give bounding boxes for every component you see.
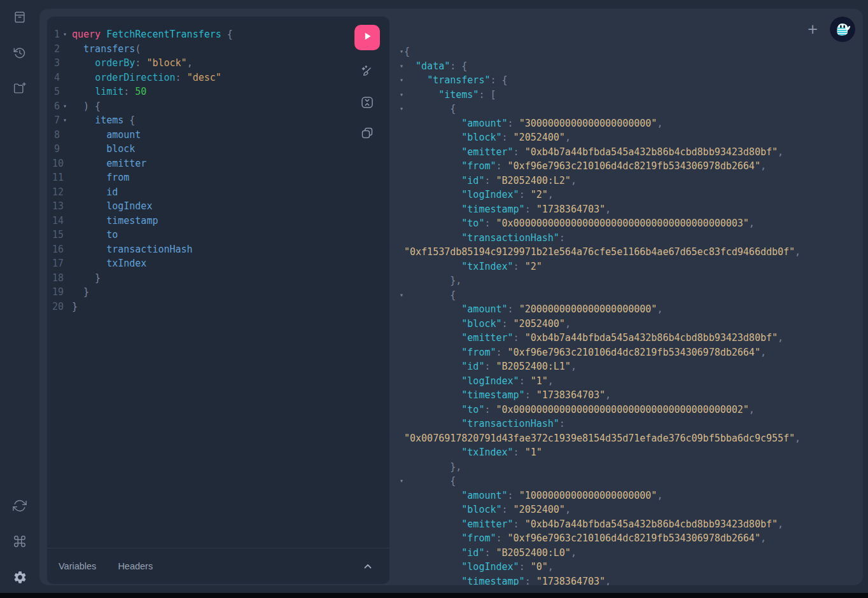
history-icon <box>13 46 27 62</box>
copy-query-icon <box>360 125 375 143</box>
response-line: "from": "0xf96e7963c210106d4dc8219fb5343… <box>395 531 863 546</box>
editor-line[interactable]: 18 } <box>47 271 389 286</box>
docs-icon <box>13 10 27 27</box>
response-line: "txIndex": "2" <box>395 260 863 274</box>
code-text: } <box>72 271 101 286</box>
editor-line[interactable]: 13 logIndex <box>47 199 389 214</box>
sidebar-rail <box>0 0 39 593</box>
code-text: "logIndex": "2", <box>404 188 554 202</box>
editor-line[interactable]: 7▾ items { <box>47 113 389 128</box>
shortcuts-button[interactable] <box>12 535 27 550</box>
response-line: "0x0076917820791d43fae372c1939e8154d35d7… <box>395 431 863 446</box>
code-text: "from": "0xf96e7963c210106d4dc8219fb5343… <box>404 345 766 360</box>
response-line: "txIndex": "1" <box>395 445 863 460</box>
code-text: }, <box>404 274 461 288</box>
code-text: ) { <box>72 99 101 114</box>
docs-button[interactable] <box>12 11 27 26</box>
response-line: "amount": "1000000000000000000000", <box>395 489 863 503</box>
ghost-avatar[interactable] <box>830 17 855 42</box>
fold-toggle-icon[interactable]: ▾ <box>395 288 404 303</box>
line-number: 8 <box>47 128 60 143</box>
editor-line[interactable]: 20} <box>47 300 389 314</box>
fold-toggle-icon[interactable]: ▾ <box>395 59 404 74</box>
rail-top-group <box>12 11 27 97</box>
response-line: "timestamp": "1738364703", <box>395 574 863 586</box>
add-tab-button[interactable]: + <box>804 22 821 37</box>
fold-toggle-icon[interactable]: ▾ <box>395 102 404 116</box>
editor-line[interactable]: 1▾query FetchRecentTransfers { <box>47 27 389 42</box>
history-button[interactable] <box>12 46 27 62</box>
code-text: "block": "2052400", <box>404 317 571 331</box>
editor-line[interactable]: 6▾ ) { <box>47 99 389 114</box>
editor-line[interactable]: 12 id <box>47 185 389 200</box>
fold-toggle-icon[interactable]: ▾ <box>395 73 404 88</box>
fold-toggle-icon[interactable]: ▾ <box>61 27 69 42</box>
response-line: "transactionHash": <box>395 231 863 246</box>
code-text: orderBy: "block", <box>72 56 193 71</box>
main-surface: 1▾query FetchRecentTransfers {2 transfer… <box>39 9 863 585</box>
collapse-editor-tools-button[interactable] <box>361 560 374 573</box>
fold-toggle-icon[interactable]: ▾ <box>395 474 404 489</box>
code-text: "transactionHash": <box>404 417 565 431</box>
fold-toggle-icon[interactable]: ▾ <box>61 99 69 114</box>
fold-toggle-icon[interactable]: ▾ <box>61 113 69 128</box>
settings-button[interactable] <box>12 571 27 586</box>
response-line: "id": "B2052400:L0", <box>395 546 863 560</box>
response-line: "from": "0xf96e7963c210106d4dc8219fb5343… <box>395 159 863 174</box>
code-text: { <box>404 474 456 489</box>
response-line: "id": "B2052400:L1", <box>395 359 863 374</box>
editor-line[interactable]: 16 transactionHash <box>47 242 389 257</box>
response-line: "logIndex": "2", <box>395 188 863 202</box>
copy-query-button[interactable] <box>360 127 375 142</box>
editor-line[interactable]: 10 emitter <box>47 156 389 171</box>
code-text: "id": "B2052400:L0", <box>404 546 577 560</box>
editor-line[interactable]: 4 orderDirection: "desc" <box>47 71 389 85</box>
refetch-schema-button[interactable] <box>12 499 27 515</box>
editor-line[interactable]: 17 txIndex <box>47 256 389 271</box>
editor-line[interactable]: 11 from <box>47 170 389 185</box>
response-line: "0xf1537db85194c9129971b21e564a76cfe5e11… <box>395 245 863 260</box>
line-number: 1 <box>47 27 60 42</box>
response-panel[interactable]: ▾{▾ "data": {▾ "transfers": {▾ "items": … <box>395 9 863 585</box>
prettify-button[interactable] <box>360 66 375 81</box>
fold-toggle-icon[interactable]: ▾ <box>395 45 404 59</box>
tab-headers[interactable]: Headers <box>118 561 153 571</box>
editor-line[interactable]: 9 block <box>47 142 389 156</box>
response-line: ▾ "data": { <box>395 59 863 74</box>
editor-line[interactable]: 15 to <box>47 228 389 242</box>
code-text: "id": "B2052400:L1", <box>404 359 577 374</box>
code-text: query FetchRecentTransfers { <box>72 27 233 42</box>
fold-toggle-icon[interactable]: ▾ <box>395 88 404 102</box>
code-text: timestamp <box>72 214 158 228</box>
response-line: "emitter": "0xb4b7a44bfbda545a432b86b4cb… <box>395 145 863 160</box>
response-line: "logIndex": "1", <box>395 374 863 389</box>
query-editor-panel: 1▾query FetchRecentTransfers {2 transfer… <box>47 17 389 584</box>
query-editor[interactable]: 1▾query FetchRecentTransfers {2 transfer… <box>47 27 389 314</box>
execute-query-button[interactable] <box>354 25 380 50</box>
code-text: txIndex <box>72 256 146 271</box>
response-line: "timestamp": "1738364703", <box>395 388 863 403</box>
code-text: amount <box>72 128 141 143</box>
editor-line[interactable]: 14 timestamp <box>47 214 389 228</box>
editor-line[interactable]: 19 } <box>47 285 389 300</box>
response-line: "to": "0x0000000000000000000000000000000… <box>395 216 863 231</box>
editor-line[interactable]: 3 orderBy: "block", <box>47 56 389 71</box>
response-line: "emitter": "0xb4b7a44bfbda545a432b86b4cb… <box>395 517 863 532</box>
execute-play-icon <box>360 29 374 46</box>
line-number: 3 <box>47 56 60 71</box>
editor-line[interactable]: 5 limit: 50 <box>47 85 389 99</box>
new-collection-button[interactable] <box>12 82 27 97</box>
response-line: "block": "2052400", <box>395 130 863 145</box>
settings-gear-icon <box>13 570 27 587</box>
line-number: 7 <box>47 113 60 128</box>
code-text: "logIndex": "1", <box>404 374 554 389</box>
editor-line[interactable]: 8 amount <box>47 128 389 143</box>
merge-fragments-button[interactable] <box>360 96 375 111</box>
code-text: "to": "0x0000000000000000000000000000000… <box>404 403 755 417</box>
editor-line[interactable]: 2 transfers( <box>47 42 389 57</box>
response-line: ▾ "transfers": { <box>395 73 863 88</box>
code-text: items { <box>72 113 135 128</box>
tab-variables[interactable]: Variables <box>59 561 96 571</box>
response-line: "block": "2052400", <box>395 317 863 331</box>
response-line: "amount": "3000000000000000000000", <box>395 116 863 131</box>
